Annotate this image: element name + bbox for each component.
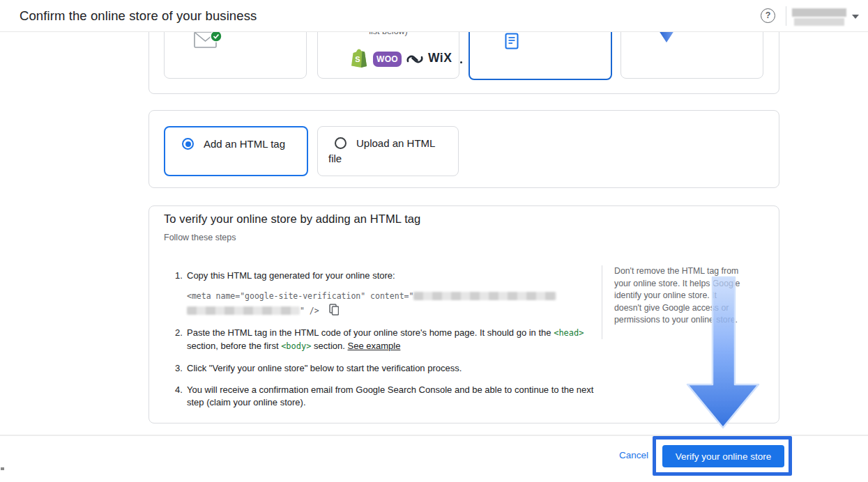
radio-selected-icon[interactable] [182, 138, 194, 150]
verify-section-subtitle: Follow these steps [164, 233, 236, 242]
note-divider [602, 265, 602, 339]
page-title: Confirm the online store of your busines… [20, 0, 257, 32]
header-divider [786, 6, 786, 26]
step-2-text-b: section, before the first [187, 341, 281, 351]
blurred-verification-token-2 [187, 306, 300, 315]
step-2: 2. Paste the HTML tag in the HTML code o… [175, 327, 600, 352]
blurred-verification-token-1 [413, 292, 556, 300]
head-tag-code: <head> [554, 328, 584, 338]
step-1-number: 1. [175, 270, 187, 282]
verify-online-store-button[interactable]: Verify your online store [662, 445, 784, 467]
step-4-text: You will receive a confirmation email fr… [187, 384, 600, 408]
step-1-text: Copy this HTML tag generated for your on… [187, 270, 600, 282]
document-icon [505, 33, 519, 49]
svg-text:S: S [355, 55, 360, 63]
account-id-blurred [794, 18, 844, 26]
step-1: 1. Copy this HTML tag generated for your… [175, 270, 600, 282]
body-tag-code: <body> [281, 341, 311, 351]
cancel-button[interactable]: Cancel [619, 450, 648, 460]
squarespace-icon [406, 52, 424, 66]
ecommerce-logo-row: S WOO WiX [349, 47, 460, 68]
step-3-text: Click "Verify your online store" below t… [187, 362, 600, 375]
step-2-text: Paste the HTML tag in the HTML code of y… [187, 327, 600, 352]
step-2-number: 2. [175, 327, 187, 352]
page: list below) S WOO WiX Add an HTML [0, 0, 868, 482]
option-upload-html-file[interactable]: Upload an HTML file [317, 126, 459, 176]
step-4-number: 4. [175, 384, 187, 408]
meta-tag-code: <meta name="google-site-verification" co… [187, 289, 605, 318]
see-example-link[interactable]: See example [348, 341, 401, 351]
copy-icon[interactable] [329, 304, 339, 316]
chevron-down-icon [852, 15, 859, 19]
step-2-text-c: section. [311, 341, 347, 351]
shopify-icon: S [351, 49, 367, 68]
step-2-text-a: Paste the HTML tag in the HTML code of y… [187, 327, 554, 338]
step-3: 3. Click "Verify your online store" belo… [175, 362, 600, 375]
code-suffix: " /> [300, 306, 319, 316]
option-add-html-tag[interactable]: Add an HTML tag [164, 126, 308, 176]
help-icon[interactable]: ? [761, 8, 775, 23]
wix-dot [460, 61, 462, 63]
wix-icon: WiX [428, 51, 452, 65]
radio-unselected-icon[interactable] [335, 137, 347, 149]
stray-dot [1, 467, 4, 470]
verify-section-title: To verify your online store by adding an… [164, 212, 420, 226]
option-add-html-tag-label: Add an HTML tag [204, 138, 285, 150]
code-prefix: <meta name="google-site-verification" co… [187, 291, 413, 301]
woocommerce-icon: WOO [373, 52, 402, 67]
header-bar: Confirm the online store of your busines… [0, 0, 868, 32]
dont-remove-tag-note: Don't remove the HTML tag from your onli… [614, 265, 743, 327]
account-menu[interactable] [792, 7, 862, 26]
step-3-number: 3. [175, 362, 187, 375]
account-name-blurred [792, 8, 846, 17]
step-4: 4. You will receive a confirmation email… [175, 384, 600, 408]
